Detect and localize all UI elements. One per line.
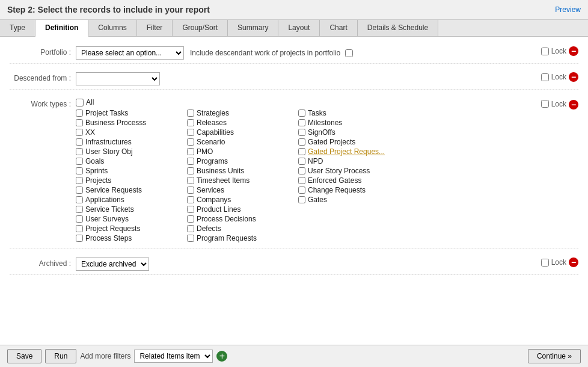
work-type-checkbox[interactable] bbox=[187, 206, 194, 213]
work-type-checkbox[interactable] bbox=[76, 129, 83, 136]
work-type-checkbox[interactable] bbox=[298, 129, 305, 136]
work-type-label: Strategies bbox=[197, 109, 229, 117]
work-type-item: Enforced Gatess bbox=[298, 176, 409, 185]
work-type-checkbox[interactable] bbox=[187, 158, 194, 165]
archived-remove-btn[interactable]: − bbox=[569, 258, 578, 267]
work-type-checkbox[interactable] bbox=[298, 167, 305, 174]
archived-select[interactable]: Exclude archived bbox=[76, 258, 149, 271]
work-type-checkbox[interactable] bbox=[187, 148, 194, 155]
work-type-label: Project Requests bbox=[85, 224, 140, 233]
tab-group-sort[interactable]: Group/Sort bbox=[173, 20, 228, 36]
work-type-item: Process Steps bbox=[76, 234, 187, 242]
bottom-bar: Save Run Add more filters Related Items … bbox=[0, 345, 588, 367]
work-type-checkbox[interactable] bbox=[187, 177, 194, 184]
work-type-checkbox[interactable] bbox=[76, 167, 83, 174]
work-type-label: Goals bbox=[85, 157, 104, 165]
work-type-item: Gated Projects bbox=[298, 138, 409, 146]
work-type-label: NPD bbox=[308, 157, 323, 165]
work-type-checkbox[interactable] bbox=[187, 138, 194, 146]
work-type-label: Product Lines bbox=[197, 205, 240, 214]
portfolio-lock-section: Lock − bbox=[536, 46, 578, 56]
work-type-item: Timesheet Items bbox=[187, 176, 298, 185]
tab-columns[interactable]: Columns bbox=[88, 20, 136, 36]
run-button[interactable]: Run bbox=[45, 349, 76, 363]
include-descendant-checkbox[interactable] bbox=[345, 49, 353, 57]
work-type-checkbox[interactable] bbox=[187, 196, 194, 203]
work-type-checkbox[interactable] bbox=[76, 196, 83, 203]
work-type-label: Projects bbox=[85, 176, 111, 185]
work-type-item: Gated Project Reques... bbox=[298, 147, 409, 156]
work-type-label: User Story Process bbox=[308, 167, 370, 175]
work-type-label: Service Tickets bbox=[85, 205, 134, 214]
work-type-label: Tasks bbox=[308, 109, 326, 117]
work-type-checkbox[interactable] bbox=[76, 206, 83, 213]
tab-type[interactable]: Type bbox=[0, 20, 35, 36]
work-type-checkbox[interactable] bbox=[76, 187, 83, 194]
descended-remove-btn[interactable]: − bbox=[569, 72, 578, 82]
work-type-checkbox[interactable] bbox=[76, 225, 83, 232]
portfolio-remove-btn[interactable]: − bbox=[569, 46, 578, 56]
work-type-checkbox[interactable] bbox=[76, 177, 83, 184]
work-type-label: Scenario bbox=[197, 138, 225, 146]
work-type-checkbox[interactable] bbox=[298, 119, 305, 126]
archived-label: Archived : bbox=[10, 258, 76, 268]
work-type-label: Gated Projects bbox=[308, 138, 355, 146]
preview-link[interactable]: Preview bbox=[555, 5, 581, 14]
tab-chart[interactable]: Chart bbox=[320, 20, 357, 36]
tab-summary[interactable]: Summary bbox=[228, 20, 278, 36]
work-types-col1: Project TasksBusiness ProcesssXXInfrastr… bbox=[76, 109, 187, 242]
work-type-checkbox[interactable] bbox=[298, 187, 305, 194]
work-type-checkbox[interactable] bbox=[298, 196, 305, 203]
work-type-checkbox[interactable] bbox=[187, 235, 194, 242]
work-type-checkbox[interactable] bbox=[187, 119, 194, 126]
tab-filter[interactable]: Filter bbox=[137, 20, 173, 36]
work-type-checkbox[interactable] bbox=[76, 235, 83, 242]
work-type-checkbox[interactable] bbox=[76, 148, 83, 155]
work-type-checkbox[interactable] bbox=[76, 158, 83, 165]
save-button[interactable]: Save bbox=[7, 349, 41, 363]
archived-lock-checkbox[interactable] bbox=[541, 259, 549, 267]
work-type-item: Programs bbox=[187, 157, 298, 165]
work-type-label: Change Requests bbox=[308, 186, 366, 194]
work-type-item: Change Requests bbox=[298, 186, 409, 194]
work-types-label: Work types : bbox=[10, 98, 76, 108]
page-title: Step 2: Select the records to include in… bbox=[7, 5, 210, 14]
work-type-label: PMO bbox=[197, 147, 213, 156]
work-type-checkbox[interactable] bbox=[76, 119, 83, 126]
work-type-checkbox[interactable] bbox=[76, 109, 83, 117]
portfolio-select[interactable]: Please select an option... bbox=[76, 46, 184, 60]
portfolio-lock-checkbox[interactable] bbox=[541, 48, 549, 55]
work-type-checkbox[interactable] bbox=[187, 187, 194, 194]
add-filter-icon[interactable]: + bbox=[216, 351, 227, 362]
work-type-label: Infrastructures bbox=[85, 138, 132, 146]
work-types-remove-btn[interactable]: − bbox=[569, 100, 578, 109]
header-bar: Step 2: Select the records to include in… bbox=[0, 0, 588, 20]
work-type-checkbox[interactable] bbox=[298, 109, 305, 117]
work-type-checkbox[interactable] bbox=[76, 138, 83, 146]
tab-layout[interactable]: Layout bbox=[278, 20, 320, 36]
work-type-checkbox[interactable] bbox=[187, 225, 194, 232]
work-types-lock-checkbox[interactable] bbox=[541, 100, 549, 108]
work-type-checkbox[interactable] bbox=[298, 148, 305, 155]
work-type-checkbox[interactable] bbox=[187, 129, 194, 136]
descended-select[interactable] bbox=[76, 72, 160, 85]
work-type-item: Gates bbox=[298, 196, 409, 204]
work-type-checkbox[interactable] bbox=[187, 167, 194, 174]
work-type-label: Capabilities bbox=[197, 128, 234, 137]
work-type-label: Enforced Gatess bbox=[308, 176, 361, 185]
tab-details-schedule[interactable]: Details & Schedule bbox=[358, 20, 438, 36]
work-type-checkbox[interactable] bbox=[298, 158, 305, 165]
filter-select[interactable]: Related Items item bbox=[134, 350, 213, 363]
work-type-checkbox[interactable] bbox=[76, 215, 83, 223]
work-type-checkbox[interactable] bbox=[187, 215, 194, 223]
all-checkbox[interactable] bbox=[76, 99, 84, 106]
tab-definition[interactable]: Definition bbox=[35, 20, 88, 37]
work-type-checkbox[interactable] bbox=[298, 177, 305, 184]
work-type-label: Services bbox=[197, 186, 224, 194]
work-type-item: Product Lines bbox=[187, 205, 298, 214]
work-type-item: Business Processs bbox=[76, 119, 187, 127]
work-type-checkbox[interactable] bbox=[298, 138, 305, 146]
continue-button[interactable]: Continue » bbox=[528, 349, 581, 363]
work-type-checkbox[interactable] bbox=[187, 109, 194, 117]
descended-lock-checkbox[interactable] bbox=[541, 73, 549, 81]
